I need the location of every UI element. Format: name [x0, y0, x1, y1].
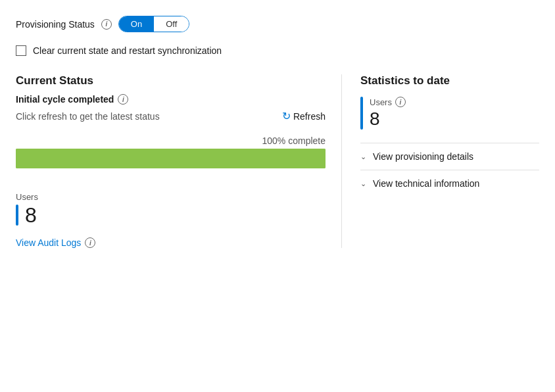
provisioning-status-info-icon[interactable]: i: [101, 19, 112, 30]
progress-bar-fill: [16, 149, 326, 168]
audit-logs-info-icon[interactable]: i: [85, 237, 95, 248]
progress-section: 100% complete: [16, 135, 326, 168]
view-audit-logs-link[interactable]: View Audit Logs: [16, 237, 81, 248]
stats-users-count: 8: [370, 109, 406, 130]
stats-users-info-icon[interactable]: i: [395, 97, 406, 107]
refresh-hint: Click refresh to get the latest status: [16, 111, 160, 122]
progress-bar-background: [16, 149, 326, 168]
stats-users-content: Users i 8: [370, 97, 406, 130]
view-provisioning-details-label: View provisioning details: [373, 151, 473, 162]
provisioning-status-label: Provisioning Status: [16, 19, 95, 30]
checkbox-row: Clear current state and restart synchron…: [16, 45, 539, 56]
toggle-on-button[interactable]: On: [119, 16, 154, 32]
stats-users-label-text: Users: [370, 97, 392, 107]
right-column: Statistics to date Users i 8 ⌄ View prov…: [342, 74, 539, 248]
provisioning-status-row: Provisioning Status i On Off: [16, 16, 539, 32]
chevron-down-icon-provisioning: ⌄: [360, 153, 366, 161]
statistics-title: Statistics to date: [360, 74, 539, 87]
users-bottom-label: Users: [16, 192, 326, 202]
initial-cycle-label: Initial cycle completed: [16, 94, 114, 105]
clear-state-checkbox[interactable]: [16, 45, 26, 56]
view-technical-information-label: View technical information: [373, 178, 479, 189]
refresh-label: Refresh: [293, 111, 326, 122]
initial-cycle-info-icon[interactable]: i: [118, 94, 128, 105]
view-provisioning-details-item[interactable]: ⌄ View provisioning details: [360, 143, 539, 170]
main-layout: Current Status Initial cycle completed i…: [16, 74, 539, 248]
stats-accent-bar: [360, 97, 363, 130]
view-audit-row: View Audit Logs i: [16, 237, 326, 248]
stats-users-section: Users i 8: [360, 97, 539, 130]
view-technical-information-item[interactable]: ⌄ View technical information: [360, 170, 539, 197]
left-column: Current Status Initial cycle completed i…: [16, 74, 342, 248]
refresh-row: Click refresh to get the latest status ↻…: [16, 110, 326, 122]
provisioning-toggle[interactable]: On Off: [118, 16, 189, 32]
users-block: 8: [16, 205, 326, 226]
stats-users-label: Users i: [370, 97, 406, 107]
chevron-down-icon-technical: ⌄: [360, 180, 366, 188]
clear-state-label: Clear current state and restart synchron…: [33, 45, 222, 56]
progress-label: 100% complete: [16, 135, 326, 146]
refresh-button[interactable]: ↻ Refresh: [282, 110, 326, 122]
current-status-title: Current Status: [16, 74, 326, 87]
toggle-off-button[interactable]: Off: [154, 16, 189, 32]
users-count: 8: [25, 205, 37, 226]
refresh-icon: ↻: [282, 110, 291, 122]
initial-cycle-row: Initial cycle completed i: [16, 94, 326, 105]
users-bottom-section: Users 8: [16, 192, 326, 226]
users-accent-bar: [16, 205, 18, 226]
